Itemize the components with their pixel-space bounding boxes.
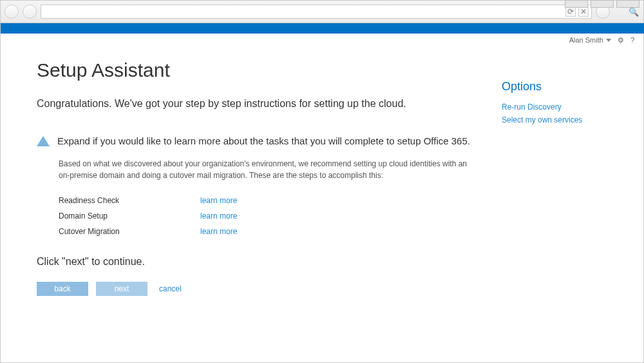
window-controls xyxy=(565,0,639,8)
stop-icon[interactable]: ✕ xyxy=(578,6,589,17)
cancel-link[interactable]: cancel xyxy=(159,284,182,293)
user-menu[interactable]: Alan Smith xyxy=(569,36,611,44)
options-title: Options xyxy=(502,80,630,93)
expand-toggle[interactable]: Expand if you would like to learn more a… xyxy=(37,135,476,146)
task-name: Domain Setup xyxy=(59,211,200,221)
continue-instruction: Click "next" to continue. xyxy=(37,256,476,268)
page-subtitle: Congratulations. We've got your step by … xyxy=(37,98,476,110)
triangle-up-icon xyxy=(37,136,50,146)
user-name: Alan Smith xyxy=(569,36,603,44)
back-button[interactable]: back xyxy=(37,282,88,296)
learn-more-link[interactable]: learn more xyxy=(200,196,237,205)
task-name: Cutover Migration xyxy=(59,227,200,236)
wizard-buttons: back next cancel xyxy=(37,282,476,296)
address-bar[interactable]: ⟳ ✕ xyxy=(41,5,592,19)
next-button[interactable]: next xyxy=(96,282,147,296)
main-content: Setup Assistant Congratulations. We've g… xyxy=(37,59,502,362)
learn-more-link[interactable]: learn more xyxy=(200,227,237,236)
task-name: Readiness Check xyxy=(59,196,200,205)
recommendation-text: Based on what we discovered about your o… xyxy=(59,158,476,181)
utility-bar: Alan Smith ⚙ ? xyxy=(0,34,644,46)
browser-chrome: ⟳ ✕ 🔍 xyxy=(0,0,644,23)
window-minimize-button[interactable] xyxy=(565,0,588,8)
brand-band xyxy=(0,23,644,34)
task-list: Readiness Check learn more Domain Setup … xyxy=(59,193,476,239)
task-row: Cutover Migration learn more xyxy=(59,224,476,239)
learn-more-link[interactable]: learn more xyxy=(200,211,237,221)
expand-label: Expand if you would like to learn more a… xyxy=(57,135,470,146)
nav-forward-button[interactable] xyxy=(23,5,37,19)
window-maximize-button[interactable] xyxy=(591,0,614,8)
task-row: Domain Setup learn more xyxy=(59,208,476,224)
page-title: Setup Assistant xyxy=(37,59,476,81)
nav-back-button[interactable] xyxy=(5,5,19,19)
settings-gear-icon[interactable]: ⚙ xyxy=(618,36,624,44)
task-row: Readiness Check learn more xyxy=(59,193,476,208)
rerun-discovery-link[interactable]: Re-run Discovery xyxy=(502,103,630,112)
chevron-down-icon xyxy=(606,39,611,42)
help-icon[interactable]: ? xyxy=(630,36,634,44)
select-services-link[interactable]: Select my own services xyxy=(502,115,630,124)
refresh-icon[interactable]: ⟳ xyxy=(565,6,576,17)
window-close-button[interactable] xyxy=(616,0,639,8)
options-panel: Options Re-run Discovery Select my own s… xyxy=(502,59,630,362)
